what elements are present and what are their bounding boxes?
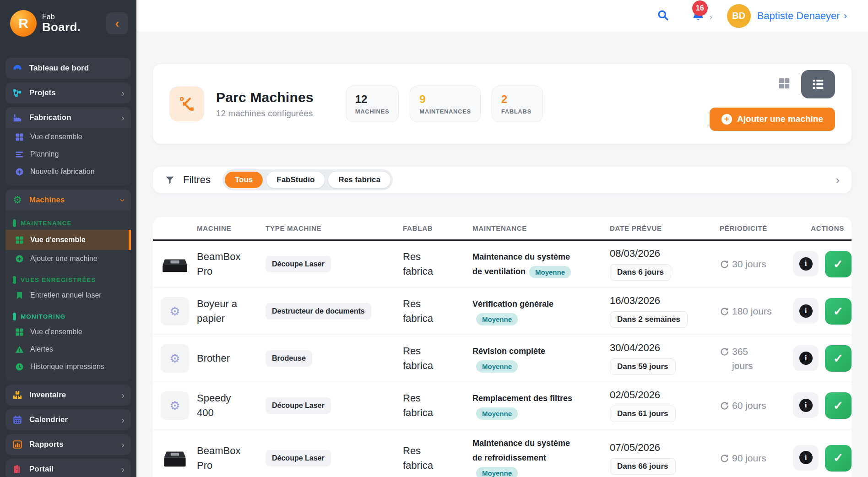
date-cell: 30/04/2026 Dans 59 jours <box>610 342 720 375</box>
sidebar-item-fabrication[interactable]: Fabrication › <box>5 107 131 128</box>
filter-pill-fabstudio[interactable]: FabStudio <box>266 172 325 188</box>
info-button[interactable]: i <box>793 298 819 324</box>
machine-name: BeamBox Pro <box>197 249 266 279</box>
sidebar-item-label: Rapports <box>29 440 64 449</box>
due-badge: Dans 66 jours <box>610 458 676 475</box>
list-view-toggle[interactable] <box>801 70 835 98</box>
refresh-icon <box>720 347 729 357</box>
priority-badge: Moyenne <box>476 313 518 326</box>
machine-placeholder-gear-icon: ⚙ <box>161 344 189 373</box>
fabboard-logo[interactable]: R Fab Board. <box>10 10 81 37</box>
table-row: ⚙ Brother Brodeuse Res fabrica Révision … <box>153 335 852 382</box>
date-cell: 02/05/2026 Dans 61 jours <box>610 389 720 422</box>
priority-badge: Moyenne <box>476 407 518 420</box>
section-bar-icon <box>13 313 16 320</box>
refresh-icon <box>720 307 729 316</box>
sidebar-item-label: Portail <box>29 465 54 474</box>
avatar: BD <box>727 4 751 28</box>
notifications-button[interactable]: 16 › <box>691 8 705 24</box>
section-bar-icon <box>13 276 16 284</box>
chevron-right-icon[interactable]: › <box>835 173 840 187</box>
check-icon: ✓ <box>833 399 843 412</box>
maintenance-cell: Maintenance du système de refroidissemen… <box>472 436 610 477</box>
sidebar-subitem-ajouter-machine[interactable]: Ajouter une machine <box>5 250 131 267</box>
user-menu[interactable]: BD Baptiste Denaeyer › <box>727 4 847 28</box>
confirm-button[interactable]: ✓ <box>825 445 852 472</box>
filter-pill-tous[interactable]: Tous <box>225 172 263 188</box>
sidebar-subitem-fabrication-vue[interactable]: Vue d'ensemble <box>5 128 131 146</box>
periodicity-cell: 180 jours <box>720 304 793 319</box>
info-icon: i <box>799 257 813 271</box>
grid-view-toggle[interactable] <box>777 76 791 92</box>
col-actions: ACTIONS <box>811 224 852 232</box>
chevron-right-icon: › <box>121 464 125 475</box>
sidebar-subitem-monitoring-vue[interactable]: Vue d'ensemble <box>5 323 131 341</box>
fablab-filter-pills: Tous FabStudio Res fabrica <box>222 169 393 190</box>
info-icon: i <box>799 399 813 412</box>
periodicity-cell: 90 jours <box>720 451 793 466</box>
sidebar-item-machines[interactable]: ⚙ Machines › <box>5 190 131 211</box>
filter-pill-res-fabrica[interactable]: Res fabrica <box>328 172 391 188</box>
logo-letter: R <box>18 16 28 31</box>
info-button[interactable]: i <box>793 345 819 371</box>
table-row: BeamBox Pro Découpe Laser Res fabrica Ma… <box>153 429 852 477</box>
sidebar-subitem-nouvelle-fabrication[interactable]: Nouvelle fabrication <box>5 163 131 180</box>
sidebar-subitem-fabrication-planning[interactable]: Planning <box>5 146 131 163</box>
info-button[interactable]: i <box>793 445 819 471</box>
machine-name: Brother <box>197 351 266 366</box>
sidebar-subitem-entretien-annuel-laser[interactable]: Entretien annuel laser <box>5 287 131 304</box>
sidebar-subitem-label: Historique impressions <box>30 363 104 371</box>
info-button[interactable]: i <box>793 392 819 418</box>
alert-triangle-icon <box>14 345 25 354</box>
sidebar-item-rapports[interactable]: Rapports › <box>5 434 131 455</box>
confirm-button[interactable]: ✓ <box>825 298 852 325</box>
check-icon: ✓ <box>833 352 843 365</box>
sidebar-subitem-alertes[interactable]: Alertes <box>5 341 131 358</box>
periodicity-cell: 30 jours <box>720 257 793 271</box>
machine-photo <box>153 447 197 470</box>
sidebar-item-calendrier[interactable]: Calendrier › <box>5 409 131 430</box>
topbar: 16 › BD Baptiste Denaeyer › <box>136 0 868 32</box>
sidebar-subitem-maintenance-vue[interactable]: Vue d'ensemble <box>5 230 131 250</box>
grid-icon <box>14 328 25 336</box>
table-row: ⚙ Boyeur a papier Destructeur de documen… <box>153 288 852 335</box>
confirm-button[interactable]: ✓ <box>825 345 852 372</box>
stat-maintenances: 9 MAINTENANCES <box>410 86 481 122</box>
periodicity-cell: 365 jours <box>720 344 793 373</box>
sidebar-subitem-label: Ajouter une machine <box>30 255 98 263</box>
due-badge: Dans 61 jours <box>610 406 676 422</box>
confirm-button[interactable]: ✓ <box>825 392 852 419</box>
stat-fablabs: 2 FABLABS <box>492 86 543 122</box>
factory-icon <box>12 113 23 123</box>
plus-circle-icon <box>14 255 25 263</box>
tools-icon <box>169 87 204 121</box>
sidebar-item-label: Projets <box>29 88 56 98</box>
info-button[interactable]: i <box>793 251 819 276</box>
sidebar-item-label: Inventaire <box>29 390 66 400</box>
info-icon: i <box>799 352 813 365</box>
list-view-icon <box>811 77 825 91</box>
sidebar-item-projets[interactable]: Projets › <box>5 82 131 103</box>
sidebar-item-inventaire[interactable]: Inventaire › <box>5 385 131 406</box>
sidebar: R Fab Board. ‹ Tableau de bord Projets › <box>0 0 136 477</box>
calendar-icon <box>12 415 23 425</box>
confirm-button[interactable]: ✓ <box>825 251 852 277</box>
col-maintenance: MAINTENANCE <box>472 224 610 232</box>
sidebar-collapse-button[interactable]: ‹ <box>106 12 128 34</box>
gauge-icon <box>12 63 23 73</box>
sidebar-subitem-historique-impressions[interactable]: Historique impressions <box>5 358 131 375</box>
sidebar-item-label: Calendrier <box>29 415 68 424</box>
maintenance-cell: Remplacement des filtresMoyenne <box>472 391 610 421</box>
clock-icon <box>14 363 25 371</box>
sidebar-item-portail[interactable]: Portail › <box>5 459 131 477</box>
table-row: BeamBox Pro Découpe Laser Res fabrica Ma… <box>153 241 852 288</box>
page-subtitle: 12 machines configurées <box>216 108 314 119</box>
sidebar-item-dashboard[interactable]: Tableau de bord <box>5 58 131 79</box>
page-header-card: Parc Machines 12 machines configurées 12… <box>153 64 852 144</box>
search-button[interactable] <box>656 9 669 23</box>
table-row: ⚙ Speedy 400 Découpe Laser Res fabrica R… <box>153 382 852 429</box>
col-date-prevue: DATE PRÉVUE <box>610 224 720 232</box>
info-icon: i <box>799 451 813 464</box>
add-machine-button[interactable]: + Ajouter une machine <box>710 108 835 131</box>
type-badge: Destructeur de documents <box>266 303 371 320</box>
